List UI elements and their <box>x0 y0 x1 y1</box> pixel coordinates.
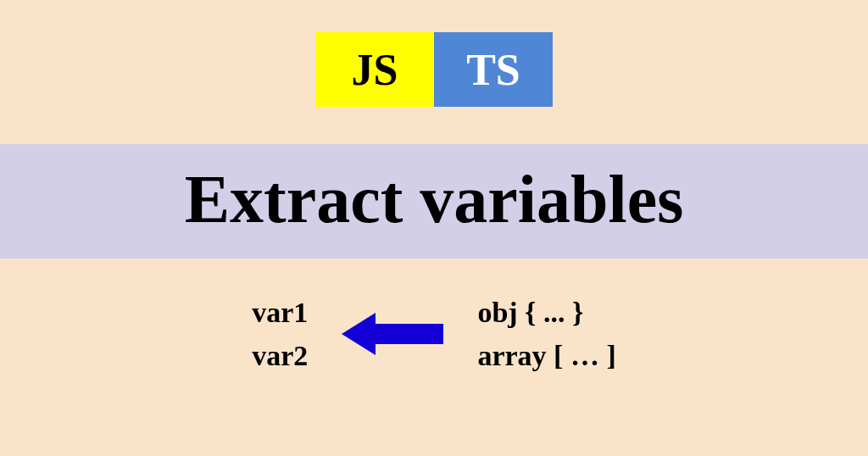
svg-marker-0 <box>342 313 443 355</box>
extract-diagram: var1 var2 obj { ... } array [ … ] <box>0 291 868 377</box>
source-structures: obj { ... } array [ … ] <box>477 291 615 377</box>
language-badges: JS TS <box>0 0 868 107</box>
var-line-2: var2 <box>252 334 308 377</box>
ts-badge-label: TS <box>466 45 520 95</box>
arrow-left-icon <box>342 309 443 359</box>
output-vars: var1 var2 <box>252 291 308 377</box>
title-band: Extract variables <box>0 144 868 259</box>
js-badge-label: JS <box>352 45 398 95</box>
var-line-1: var1 <box>252 291 308 334</box>
obj-line: obj { ... } <box>477 291 615 334</box>
title-text: Extract variables <box>0 161 868 238</box>
js-badge: JS <box>315 32 434 107</box>
ts-badge: TS <box>434 32 553 107</box>
array-line: array [ … ] <box>477 334 615 377</box>
